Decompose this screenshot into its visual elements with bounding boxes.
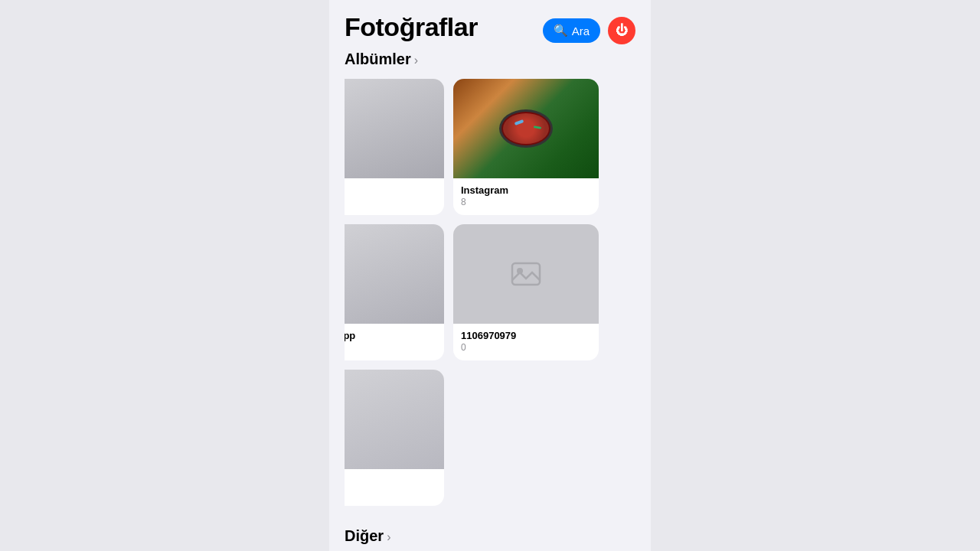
album-thumb-placeholder — [453, 224, 599, 324]
album-name: Dazz — [345, 475, 436, 487]
album-card-dazz[interactable]: Dazz 3 — [345, 370, 444, 506]
svg-rect-0 — [512, 263, 540, 285]
search-icon: 🔍 — [554, 24, 568, 37]
album-name: Bosnia — [345, 184, 436, 196]
power-icon: ⏻ — [616, 24, 628, 37]
search-button[interactable]: 🔍 Ara — [543, 18, 600, 43]
power-button[interactable]: ⏻ — [608, 17, 635, 44]
album-card-whatsapp[interactable]: WhatsApp 196 — [345, 224, 444, 360]
album-name: WhatsApp — [345, 330, 436, 341]
album-count: 9 — [345, 197, 436, 207]
album-card-bosnia[interactable]: Bosnia 9 — [345, 79, 444, 215]
album-card-1106970979[interactable]: 1106970979 0 — [453, 224, 599, 360]
other-section: Diğer › Gizli 🔒 — [329, 515, 651, 551]
album-name: Instagram — [461, 184, 591, 196]
album-count: 0 — [461, 342, 591, 353]
search-label: Ara — [572, 24, 590, 37]
album-card-instagram[interactable]: Instagram 8 — [453, 79, 599, 215]
header-actions: 🔍 Ara ⏻ — [543, 17, 635, 44]
albums-chevron-icon: › — [414, 54, 418, 67]
other-chevron-icon: › — [387, 530, 390, 544]
other-section-header[interactable]: Diğer › — [345, 527, 635, 545]
album-count: 196 — [345, 342, 436, 353]
page-title: Fotoğraflar — [345, 12, 478, 42]
album-count: 3 — [345, 487, 436, 498]
album-count: 8 — [461, 197, 591, 207]
albums-section-header[interactable]: Albümler › — [345, 51, 635, 68]
header: Fotoğraflar 🔍 Ara ⏻ — [329, 0, 651, 51]
albums-section: Albümler › Bosnia 9 — [329, 51, 651, 515]
albums-title: Albümler — [345, 51, 411, 68]
album-name: 1106970979 — [461, 330, 591, 341]
other-title: Diğer — [345, 527, 384, 545]
